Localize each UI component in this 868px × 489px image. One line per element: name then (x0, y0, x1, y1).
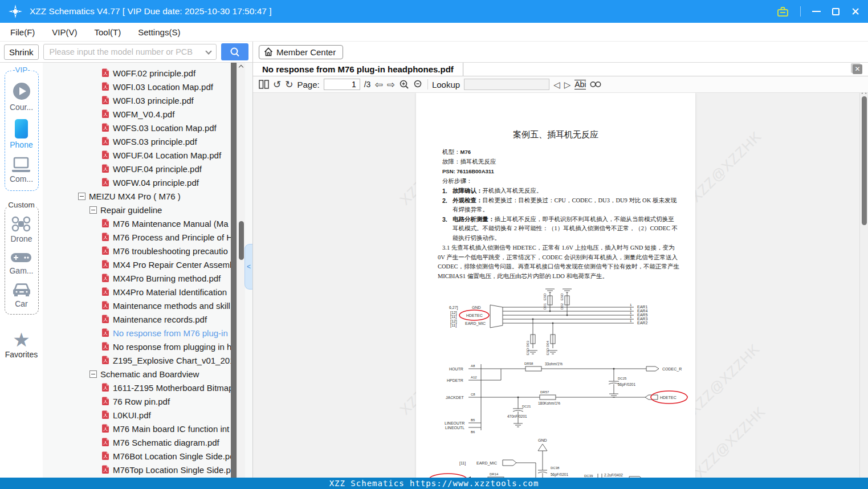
zoom-in-icon[interactable] (399, 79, 409, 89)
tree-item[interactable]: Z195_Explosive Chart_v01_2016( (43, 353, 252, 367)
tree-item[interactable]: Maintenance methods and skill (43, 299, 252, 312)
model-search-input[interactable] (43, 44, 217, 60)
tree-item-label: M76 Maintenance Manual (Ma (113, 219, 229, 229)
scroll-up-arrow-icon[interactable] (239, 65, 243, 70)
tree-panel-divider[interactable] (231, 63, 237, 478)
tree-item[interactable]: M76Top Location Single Side.p( (43, 463, 252, 476)
tree-item[interactable]: W0FI.03 Location Map.pdf (43, 80, 252, 93)
find-previous-icon[interactable]: ◁ (553, 80, 560, 89)
member-center-button[interactable]: Member Center (259, 45, 343, 59)
svg-text:1: 1 (630, 315, 632, 319)
tree-item[interactable]: M76Bot Location Single Side.pc (43, 449, 252, 463)
doc-title: 案例五、插耳机无反应 (416, 129, 695, 140)
svg-text:DC39: DC39 (584, 474, 593, 478)
tree-item[interactable]: 76 Row pin.pdf (43, 394, 252, 408)
tree-folder[interactable]: MEIZU MX4 Pro ( M76 ) (43, 189, 252, 203)
document-tab[interactable]: No response from M76 plug-in headphones.… (253, 63, 463, 76)
tree-item[interactable]: W0FS.03 Location Map.pdf (43, 121, 252, 135)
sidebar-item-car[interactable]: Car (11, 283, 32, 308)
svg-text:D04: D04 (546, 340, 549, 347)
rotate-right-icon[interactable]: ↻ (285, 80, 293, 89)
tree-item[interactable]: W0FM_V0.4.pdf (43, 107, 252, 121)
highlight-all-icon[interactable] (590, 80, 601, 88)
rotate-left-icon[interactable]: ↺ (273, 80, 281, 89)
tree-item[interactable]: W0FUF.04 principle.pdf (43, 162, 252, 176)
tree-item[interactable]: W0FW.04 principle.pdf (43, 176, 252, 189)
sidebar-item-drone[interactable]: Drone (10, 215, 32, 243)
menu-settings[interactable]: Settings(S) (138, 27, 180, 37)
tree-item[interactable] (43, 476, 252, 478)
shrink-button[interactable]: Shrink (4, 44, 39, 60)
tree-item[interactable]: No response from plugging in h (43, 340, 252, 353)
pdf-file-icon (101, 219, 109, 228)
tree-item[interactable]: M76 troubleshooting precautio (43, 244, 252, 258)
tree-folder[interactable]: Schematic and Boardview (43, 367, 252, 381)
svg-text:1: 1 (630, 311, 632, 315)
tree-item[interactable]: W0FUF.04 Location Map.pdf (43, 148, 252, 162)
sidebar-item-course[interactable]: Cour... (10, 82, 33, 112)
svg-text:1: 1 (630, 319, 632, 323)
close-document-icon[interactable]: ✕ (853, 64, 862, 74)
zoom-out-icon[interactable] (413, 79, 423, 89)
sidebar-item-phone[interactable]: Phone (10, 119, 32, 149)
pdf-viewport[interactable]: XZZ@XZZHKXZZ@XZZHKXZZ@XZZHKXZZ@XZZHKXZZ@… (253, 93, 868, 478)
star-icon: ★ (13, 331, 30, 349)
sidebar-item-favorites[interactable]: ★ Favorites (5, 331, 38, 359)
pdf-scrollbar-thumb[interactable] (862, 96, 867, 225)
collapse-toggle-icon[interactable] (89, 206, 97, 214)
pdf-scroll-up-icon[interactable] (862, 93, 866, 96)
status-bar: XZZ Schematics https://www.xzztools.com (0, 478, 868, 489)
menu-vip[interactable]: VIP(V) (52, 27, 77, 37)
svg-text:ESD: ESD (543, 293, 547, 300)
previous-page-icon[interactable]: ⇦ (374, 80, 382, 89)
tree-item[interactable]: M76 Schematic diagram.pdf (43, 435, 252, 449)
two-page-view-icon[interactable] (259, 80, 269, 89)
sidebar-item-computer[interactable]: Com... (10, 157, 33, 184)
tree-scrollbar-thumb[interactable] (239, 221, 244, 260)
maximize-button[interactable] (832, 8, 840, 15)
sidebar-item-game[interactable]: Gam... (9, 251, 33, 275)
minimize-button[interactable] (812, 11, 821, 12)
tree-item[interactable]: M76 Maintenance Manual (Ma (43, 217, 252, 230)
tree-item[interactable]: No response from M76 plug-in (43, 326, 252, 340)
menu-bar: File(F) VIP(V) Tool(T) Settings(S) (0, 23, 868, 42)
tree-item[interactable]: MX4 Pro Repair Center Assembl (43, 258, 252, 271)
pdf-scrollbar[interactable] (859, 93, 868, 478)
collapse-toggle-icon[interactable] (89, 370, 97, 378)
svg-text:D01: D01 (543, 303, 547, 309)
pdf-file-icon (101, 150, 109, 160)
briefcase-icon[interactable] (777, 6, 789, 17)
tree-item[interactable]: W0FF.02 principle.pdf (43, 66, 252, 80)
tree-item-label: M76Bot Location Single Side.pc (113, 451, 234, 461)
pdf-file-icon (101, 383, 109, 392)
tree-item-label: W0FS.03 Location Map.pdf (113, 123, 217, 133)
tree-item[interactable]: MX4Pro Burning method.pdf (43, 271, 252, 285)
tree-folder[interactable]: Repair guideline (43, 203, 252, 217)
tree-item[interactable]: L0KUI.pdf (43, 408, 252, 422)
panel-collapse-handle[interactable]: < (244, 244, 252, 290)
tree-item[interactable]: Maintenance records.pdf (43, 312, 252, 326)
menu-file[interactable]: File(F) (10, 27, 35, 37)
search-button[interactable] (221, 43, 248, 60)
tree-item-label: No response from plugging in h (113, 342, 231, 352)
tree-item[interactable]: M76 Main board IC function int (43, 422, 252, 435)
menu-tool[interactable]: Tool(T) (95, 27, 121, 37)
page-number-input[interactable] (324, 79, 360, 90)
svg-text:2.2uF/0402: 2.2uF/0402 (604, 473, 623, 477)
tree-item[interactable]: MX4Pro Material Identification (43, 285, 252, 299)
match-case-toggle[interactable]: Abi (574, 80, 586, 89)
lookup-input[interactable] (464, 79, 549, 90)
tree-item[interactable]: W0FI.03 principle.pdf (43, 93, 252, 107)
tree-item[interactable]: M76 Process and Principle of H (43, 230, 252, 244)
close-button[interactable]: ✕ (851, 8, 860, 15)
next-page-icon[interactable]: ⇨ (387, 80, 395, 89)
tree-scrollbar[interactable] (237, 63, 245, 478)
pdf-file-icon (101, 233, 109, 242)
tree-item[interactable]: 1611-Z195 Motherboard Bitmap (43, 381, 252, 394)
svg-text:EARD_MIC: EARD_MIC (476, 461, 497, 466)
svg-text:B5: B5 (471, 418, 475, 422)
svg-text:1: 1 (630, 307, 632, 311)
tree-item[interactable]: W0FS.03 principle.pdf (43, 135, 252, 148)
find-next-icon[interactable]: ▷ (564, 80, 571, 89)
collapse-toggle-icon[interactable] (78, 193, 85, 200)
